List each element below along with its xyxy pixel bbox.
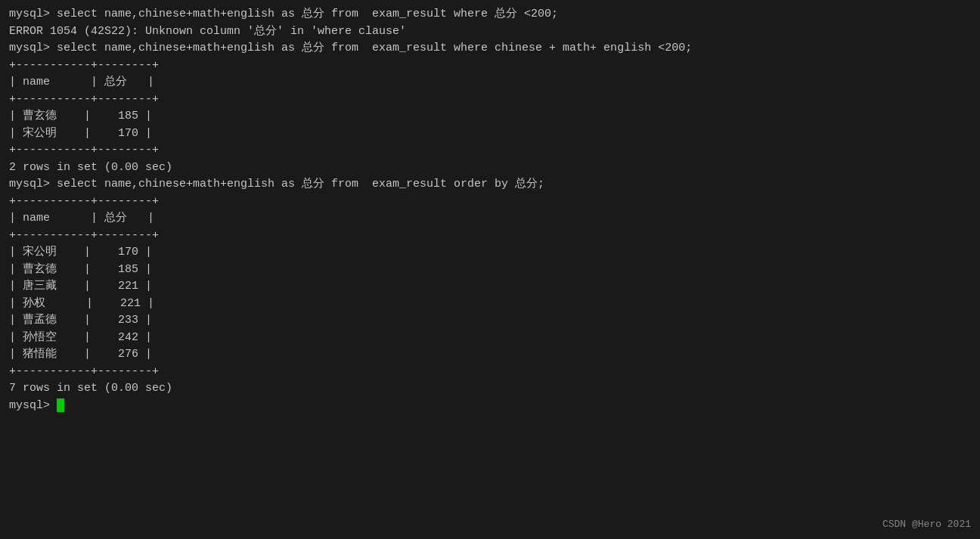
terminal-line: mysql> select name,chinese+math+english … xyxy=(9,6,971,23)
terminal-line: | name | 总分 | xyxy=(9,210,971,228)
watermark: CSDN @Hero 2021 xyxy=(882,517,971,532)
terminal-line: | 猪悟能 | 276 | xyxy=(9,346,971,364)
terminal-line: | 曹玄德 | 185 | xyxy=(9,262,971,279)
terminal: mysql> select name,chinese+math+english … xyxy=(9,6,971,539)
terminal-line: | 曹玄德 | 185 | xyxy=(9,108,971,125)
terminal-line: ERROR 1054 (42S22): Unknown column '总分' … xyxy=(9,23,971,41)
terminal-line: | 唐三藏 | 221 | xyxy=(9,278,971,296)
terminal-line: +-----------+--------+ xyxy=(9,142,971,160)
terminal-line: mysql> select name,chinese+math+english … xyxy=(9,40,971,57)
terminal-line: +-----------+--------+ xyxy=(9,91,971,109)
terminal-line: | name | 总分 | xyxy=(9,74,971,91)
terminal-line: | 宋公明 | 170 | xyxy=(9,125,971,143)
terminal-line: +-----------+--------+ xyxy=(9,364,971,381)
terminal-line: | 宋公明 | 170 | xyxy=(9,244,971,262)
terminal-line: | 孙权 | 221 | xyxy=(9,296,971,313)
terminal-line: +-----------+--------+ xyxy=(9,194,971,211)
terminal-line: | 孙悟空 | 242 | xyxy=(9,330,971,347)
terminal-line: mysql> xyxy=(9,398,971,415)
terminal-line: +-----------+--------+ xyxy=(9,57,971,75)
terminal-line: | 曹孟德 | 233 | xyxy=(9,312,971,330)
terminal-line: 2 rows in set (0.00 sec) xyxy=(9,160,971,177)
terminal-line: +-----------+--------+ xyxy=(9,228,971,245)
cursor xyxy=(57,398,64,412)
terminal-line: 7 rows in set (0.00 sec) xyxy=(9,380,971,398)
terminal-line: mysql> select name,chinese+math+english … xyxy=(9,176,971,194)
